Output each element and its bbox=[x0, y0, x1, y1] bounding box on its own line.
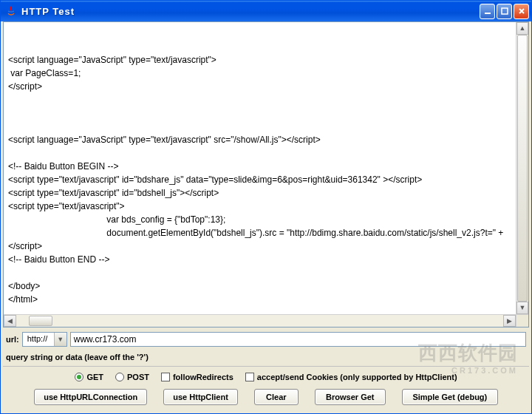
method-post-radio[interactable]: POST bbox=[115, 373, 149, 381]
url-row: url: http:// ▼ www.cr173.com bbox=[3, 328, 529, 350]
scrollbar-corner bbox=[516, 314, 528, 327]
chevron-down-icon: ▼ bbox=[519, 305, 526, 311]
use-httpclient-button[interactable]: use HttpClient bbox=[163, 389, 238, 405]
method-get-label: GET bbox=[86, 373, 103, 381]
options-row: GET POST followRedirects accept/send Coo… bbox=[3, 370, 529, 384]
method-get-radio[interactable]: GET bbox=[75, 373, 103, 381]
chevron-right-icon: ▶ bbox=[507, 318, 512, 325]
browser-get-button[interactable]: Browser Get bbox=[315, 389, 386, 405]
java-icon bbox=[5, 5, 17, 17]
horizontal-scrollbar[interactable]: ◀ ▶ bbox=[4, 314, 516, 327]
use-httpurlconnection-button[interactable]: use HttpURLConnection bbox=[34, 389, 147, 405]
minimize-button[interactable] bbox=[480, 4, 495, 19]
scheme-combobox[interactable]: http:// ▼ bbox=[22, 332, 67, 347]
hscroll-thumb[interactable] bbox=[29, 316, 52, 326]
chevron-up-icon: ▲ bbox=[519, 25, 526, 32]
chevron-down-icon: ▼ bbox=[57, 336, 64, 343]
chevron-left-icon: ◀ bbox=[7, 318, 13, 325]
scroll-up-button[interactable]: ▲ bbox=[516, 22, 528, 35]
svg-rect-0 bbox=[485, 13, 491, 14]
radio-icon bbox=[75, 373, 83, 381]
follow-redirects-label: followRedirects bbox=[173, 373, 233, 381]
scroll-down-button[interactable]: ▼ bbox=[516, 302, 528, 314]
maximize-button[interactable] bbox=[497, 4, 512, 19]
cookies-checkbox[interactable]: accept/send Cookies (only supported by H… bbox=[245, 373, 457, 381]
response-pane: <script language="JavaScript" type="text… bbox=[3, 21, 529, 328]
separator bbox=[3, 366, 529, 367]
radio-icon bbox=[115, 373, 124, 381]
scroll-left-button[interactable]: ◀ bbox=[4, 315, 16, 327]
scheme-dropdown-button[interactable]: ▼ bbox=[54, 333, 66, 346]
url-label: url: bbox=[6, 335, 19, 344]
cookies-label: accept/send Cookies (only supported by H… bbox=[257, 373, 457, 381]
close-button[interactable] bbox=[514, 4, 529, 19]
url-input[interactable]: www.cr173.com bbox=[70, 332, 526, 347]
method-post-label: POST bbox=[127, 373, 149, 381]
simple-get-button[interactable]: Simple Get (debug) bbox=[402, 389, 498, 405]
vertical-scrollbar[interactable]: ▲ ▼ bbox=[516, 22, 528, 314]
scroll-right-button[interactable]: ▶ bbox=[503, 315, 516, 327]
response-text[interactable]: <script language="JavaScript" type="text… bbox=[4, 22, 516, 314]
clear-button[interactable]: Clear bbox=[254, 389, 299, 405]
svg-rect-1 bbox=[502, 8, 508, 14]
query-string-label: query string or data (leave off the '?') bbox=[3, 350, 529, 363]
window-title: HTTP Test bbox=[21, 6, 478, 17]
hscroll-track[interactable] bbox=[16, 315, 503, 327]
vscroll-thumb[interactable] bbox=[517, 35, 528, 302]
vscroll-track[interactable] bbox=[516, 35, 528, 302]
checkbox-icon bbox=[161, 373, 170, 381]
follow-redirects-checkbox[interactable]: followRedirects bbox=[161, 373, 233, 381]
button-row: use HttpURLConnection use HttpClient Cle… bbox=[3, 384, 529, 411]
window-titlebar: HTTP Test bbox=[1, 1, 531, 21]
checkbox-icon bbox=[245, 373, 254, 381]
scheme-value: http:// bbox=[23, 333, 54, 346]
client-area: <script language="JavaScript" type="text… bbox=[3, 21, 529, 411]
